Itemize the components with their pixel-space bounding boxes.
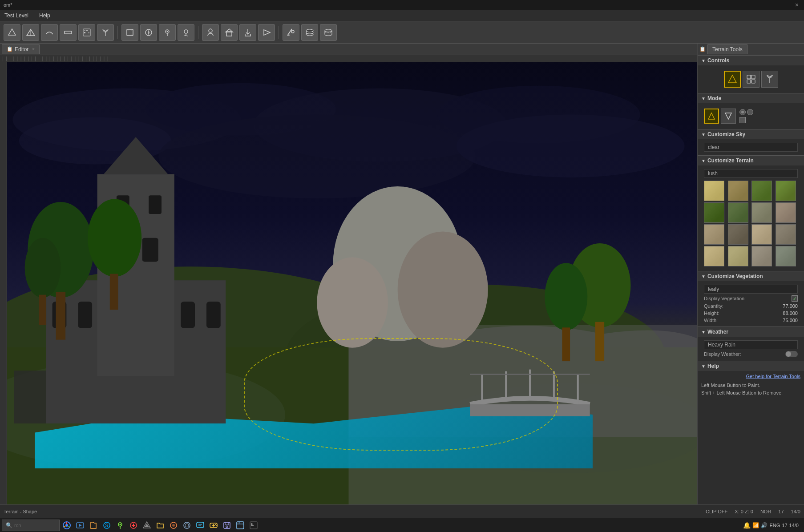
controls-plant-btn[interactable]	[761, 71, 778, 88]
taskbar-chat[interactable]	[194, 519, 206, 532]
texture-cell-10[interactable]	[728, 224, 748, 245]
taskbar-sushi[interactable]	[167, 519, 180, 532]
terrain-value[interactable]: lush	[704, 169, 798, 178]
taskbar-search-box[interactable]: 🔍 rch	[2, 520, 60, 531]
svg-point-40	[457, 114, 685, 177]
taskbar-wifi-icon[interactable]: 📶	[752, 522, 759, 528]
texture-cell-7[interactable]	[751, 202, 772, 223]
menu-test-level[interactable]: Test Level	[2, 12, 31, 20]
controls-scatter-btn[interactable]	[743, 71, 760, 88]
texture-cell-15[interactable]	[751, 246, 772, 266]
weather-section-header[interactable]: ▼ Weather	[698, 326, 804, 337]
help-link[interactable]: Get help for Terrain Tools	[746, 374, 801, 379]
taskbar-media[interactable]	[74, 519, 86, 532]
toolbar-compass[interactable]	[140, 24, 157, 41]
toolbar-building[interactable]	[221, 24, 238, 41]
toolbar-flatten[interactable]	[60, 24, 77, 41]
status-clip: CLIP OFF	[706, 509, 727, 514]
mode-square-btn[interactable]	[739, 117, 746, 123]
weather-toggle[interactable]	[785, 351, 798, 357]
weather-value[interactable]: Heavy Rain	[704, 340, 798, 349]
controls-section-header[interactable]: ▼ Controls	[698, 55, 804, 65]
taskbar-gaming[interactable]	[207, 519, 220, 532]
taskbar-notification-icon[interactable]: 🔔	[743, 522, 751, 529]
svg-rect-8	[88, 32, 89, 33]
toolbar-import[interactable]	[239, 24, 256, 41]
texture-cell-3[interactable]	[751, 181, 772, 201]
help-label: Help	[707, 363, 719, 369]
texture-cell-8[interactable]	[776, 202, 796, 223]
taskbar-folder[interactable]	[154, 519, 166, 532]
texture-cell-12[interactable]	[776, 224, 796, 245]
mode-radio-2[interactable]	[747, 109, 753, 115]
toolbar-player[interactable]	[202, 24, 219, 41]
taskbar-unity[interactable]	[141, 519, 153, 532]
taskbar-chrome[interactable]	[61, 519, 73, 532]
taskbar-terminal[interactable]: ▶	[247, 519, 260, 532]
mode-lower-btn[interactable]	[721, 109, 736, 124]
editor-tab-close[interactable]: ×	[32, 47, 35, 52]
taskbar-skype[interactable]: S	[101, 519, 113, 532]
svg-rect-57	[206, 302, 221, 328]
mode-raise-btn[interactable]	[704, 109, 719, 124]
taskbar-maps[interactable]	[114, 519, 126, 532]
toolbar-block[interactable]	[121, 24, 138, 41]
terrain-tools-tab[interactable]: Terrain Tools	[707, 44, 747, 54]
mode-radio-1[interactable]	[739, 109, 746, 115]
viewport[interactable]: │ │ │ │ │ │ │ │ │ │ │ │ │ │ │ │ │ │ │ │ …	[0, 55, 697, 504]
taskbar-steam[interactable]	[181, 519, 193, 532]
toolbar-noise[interactable]	[78, 24, 95, 41]
vegetation-value[interactable]: leafy	[704, 285, 798, 294]
taskbar-disk[interactable]	[221, 519, 233, 532]
toolbar-plant[interactable]	[97, 24, 114, 41]
toolbar-terrain-shape[interactable]	[4, 24, 20, 41]
sky-value[interactable]: clear	[704, 143, 798, 152]
toolbar-export[interactable]	[258, 24, 275, 41]
taskbar-antivirus[interactable]	[127, 519, 140, 532]
texture-cell-14[interactable]	[728, 246, 748, 266]
texture-cell-1[interactable]	[704, 181, 724, 201]
toolbar-tent[interactable]	[22, 24, 39, 41]
toolbar-paint[interactable]	[283, 24, 299, 41]
customize-sky-header[interactable]: ▼ Customize Sky	[698, 129, 804, 139]
texture-cell-13[interactable]	[704, 246, 724, 266]
menu-help[interactable]: Help	[36, 12, 53, 20]
texture-cell-6[interactable]	[728, 202, 748, 223]
mode-section-header[interactable]: ▼ Mode	[698, 93, 804, 103]
svg-marker-79	[728, 75, 736, 83]
display-vegetation-label: Display Vegetation:	[704, 296, 790, 301]
svg-point-63	[25, 238, 61, 298]
mode-label: Mode	[707, 95, 721, 101]
title-bar-close[interactable]: ×	[795, 1, 799, 8]
texture-cell-4[interactable]	[776, 181, 796, 201]
quantity-value: 77.000	[771, 303, 798, 309]
display-vegetation-check[interactable]: ✓	[792, 295, 798, 302]
height-row: Height: 88.000	[701, 310, 800, 317]
taskbar-lang[interactable]: ENG	[769, 523, 780, 528]
texture-grid	[701, 179, 800, 268]
customize-vegetation-header[interactable]: ▼ Customize Vegetation	[698, 271, 804, 281]
toolbar-stack[interactable]	[320, 24, 337, 41]
customize-terrain-header[interactable]: ▼ Customize Terrain	[698, 155, 804, 165]
toolbar-waypoint-place[interactable]	[159, 24, 176, 41]
svg-rect-82	[747, 80, 751, 83]
toolbar-smooth[interactable]	[41, 24, 58, 41]
texture-cell-5[interactable]	[704, 202, 724, 223]
svg-rect-116	[225, 522, 229, 525]
editor-tab[interactable]: 📋 Editor ×	[2, 44, 40, 54]
svg-text:S: S	[105, 523, 108, 528]
texture-cell-11[interactable]	[751, 224, 772, 245]
texture-cell-16[interactable]	[776, 246, 796, 266]
texture-cell-9[interactable]	[704, 224, 724, 245]
taskbar-browser2[interactable]	[234, 519, 246, 532]
main-content: 📋 Editor ×	[0, 44, 804, 504]
taskbar-files[interactable]	[87, 519, 100, 532]
toolbar-layer[interactable]	[301, 24, 318, 41]
ruler-horizontal: │ │ │ │ │ │ │ │ │ │ │ │ │ │ │ │ │ │ │ │ …	[0, 55, 697, 62]
texture-cell-2[interactable]	[728, 181, 748, 201]
svg-rect-83	[751, 80, 755, 83]
controls-raise-lower-btn[interactable]	[724, 71, 741, 88]
toolbar-waypoint-move[interactable]	[178, 24, 194, 41]
help-section-header[interactable]: ▼ Help	[698, 361, 804, 371]
taskbar-sound-icon[interactable]: 🔊	[761, 522, 768, 528]
